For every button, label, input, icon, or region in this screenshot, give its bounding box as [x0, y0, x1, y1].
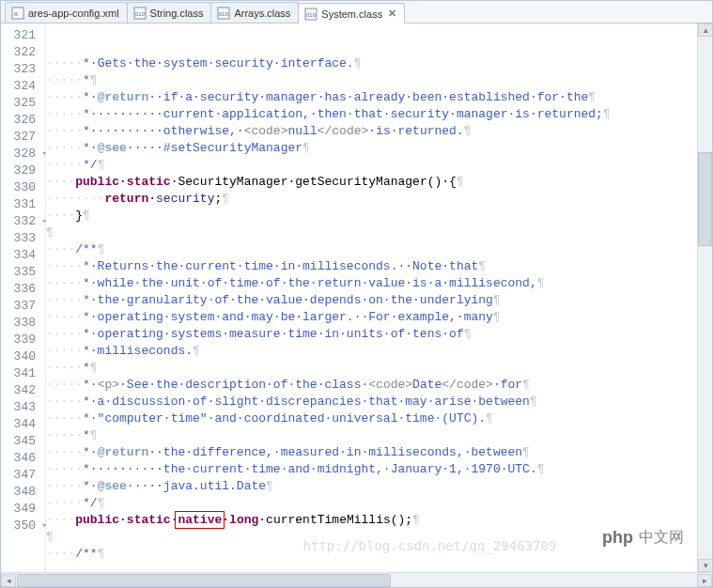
code-line[interactable]: ·····*·@return··the·difference,·measured…: [46, 444, 712, 461]
code-token: ·currentTimeMillis();: [258, 513, 412, 527]
svg-text:010: 010: [219, 11, 229, 17]
line-number: 341: [1, 365, 45, 382]
scroll-down-button[interactable]: ▾: [698, 559, 712, 572]
code-line[interactable]: ·····*¶: [46, 427, 712, 444]
class-file-icon: 010: [133, 7, 147, 20]
code-line[interactable]: ·····*·while·the·unit·of·time·of·the·ret…: [46, 275, 712, 292]
line-number: 327: [1, 129, 45, 146]
code-token: *·: [83, 378, 98, 392]
code-viewport[interactable]: ·····*·Gets·the·system·security·interfac…: [46, 23, 712, 572]
code-token: ¶: [537, 276, 545, 290]
code-line[interactable]: ·····*··········the·current·time·and·mid…: [46, 461, 712, 478]
svg-text:010: 010: [135, 11, 146, 17]
code-line[interactable]: ·····*··········current·application,·the…: [46, 106, 712, 123]
svg-text:010: 010: [306, 12, 317, 18]
code-token: ·····: [46, 124, 83, 138]
editor-tab[interactable]: 010String.class: [127, 2, 212, 23]
code-line[interactable]: ¶: [46, 224, 712, 241]
hscroll-thumb[interactable]: [17, 574, 391, 587]
editor-tab[interactable]: 010System.class✕: [298, 3, 405, 23]
code-token: *·the·granularity·of·the·value·depends·o…: [83, 293, 493, 307]
code-token: ·····: [46, 141, 83, 155]
code-token: <code>: [368, 378, 412, 392]
code-line[interactable]: ·····*·<p>·See·the·description·of·the·cl…: [46, 377, 712, 394]
code-token: *: [83, 428, 90, 442]
code-token: ¶: [222, 192, 229, 206]
editor-tab[interactable]: xares-app-config.xml: [5, 2, 128, 23]
code-line[interactable]: ·····*·Returns·the·current·time·in·milli…: [46, 258, 712, 275]
xml-file-icon: x: [11, 7, 24, 20]
hscroll-track[interactable]: [17, 574, 696, 587]
line-number: 323: [1, 61, 45, 78]
code-line[interactable]: ·····*·Gets·the·system·security·interfac…: [46, 55, 712, 72]
code-token: /**: [75, 242, 97, 256]
code-token: ·for: [493, 378, 522, 392]
code-token: ¶: [46, 225, 54, 240]
code-line[interactable]: ····public·static·SecurityManager·getSec…: [46, 174, 712, 191]
code-line[interactable]: ····}¶: [46, 208, 712, 224]
code-token: ·····: [46, 462, 83, 476]
code-token: *·: [83, 479, 98, 493]
scroll-up-button[interactable]: ▴: [698, 23, 712, 37]
code-token: ····: [46, 513, 75, 527]
code-token: ¶: [530, 395, 537, 409]
code-token: ¶: [486, 411, 493, 426]
code-token: ··the·difference,·measured·in·millisecon…: [148, 445, 522, 459]
code-token: ¶: [354, 56, 362, 70]
scroll-right-button[interactable]: ▸: [697, 574, 712, 587]
line-number: 325: [1, 95, 45, 112]
code-line[interactable]: ········return·security;¶: [46, 191, 712, 208]
code-line[interactable]: ·····*·@see·····#setSecurityManager¶: [46, 140, 712, 157]
vscroll-thumb[interactable]: [698, 152, 712, 246]
code-line[interactable]: ·····*/¶: [46, 495, 712, 512]
code-line[interactable]: ·····*¶: [46, 72, 712, 89]
tab-label: System.class: [321, 8, 382, 20]
vscroll-track[interactable]: [698, 38, 712, 558]
vertical-scrollbar[interactable]: ▴ ▾: [697, 23, 712, 572]
code-token: ·See·the·description·of·the·class·: [119, 378, 368, 392]
code-token: ¶: [537, 462, 545, 476]
code-token: ····: [46, 175, 75, 189]
ide-editor-window: xares-app-config.xml010String.class010Ar…: [0, 0, 713, 588]
code-line[interactable]: ·····*··········otherwise,·<code>null</c…: [46, 123, 712, 140]
code-token: return: [104, 192, 148, 206]
code-token: Gets·the·system·security·interface.: [98, 56, 354, 70]
code-token: */: [83, 496, 98, 510]
code-line[interactable]: ·····*¶: [46, 360, 712, 377]
code-token: </code>: [442, 378, 493, 392]
svg-text:x: x: [14, 9, 18, 18]
code-token: ¶: [83, 209, 90, 223]
code-line[interactable]: ·····*·operating·system·and·may·be·large…: [46, 309, 712, 326]
code-token: *·while·the·unit·of·time·of·the·return·v…: [83, 276, 537, 290]
code-token: ¶: [522, 445, 530, 459]
code-token: ¶: [98, 496, 105, 510]
code-token: long: [229, 513, 258, 527]
code-line[interactable]: ·····*·"computer·time"·and·coordinated·u…: [46, 410, 712, 427]
editor-tab[interactable]: 010Arrays.class: [210, 2, 299, 23]
code-line[interactable]: ·····*·milliseconds.¶: [46, 343, 712, 360]
code-line[interactable]: ¶: [46, 529, 712, 546]
code-line[interactable]: ·····*·operating·systems·measure·time·in…: [46, 326, 712, 343]
code-line[interactable]: ·····*/¶: [46, 157, 712, 174]
close-icon[interactable]: ✕: [388, 8, 396, 20]
line-number: 335: [1, 264, 45, 281]
code-token: ·: [119, 175, 127, 189]
code-line[interactable]: ····/**¶: [46, 546, 712, 563]
code-line[interactable]: ·····*·@see·····java.util.Date¶: [46, 478, 712, 495]
code-line[interactable]: ·····*·@return··if·a·security·manager·ha…: [46, 89, 712, 106]
code-line[interactable]: ····/**¶: [46, 241, 712, 258]
code-token: */: [83, 158, 98, 172]
line-number: 328: [1, 146, 45, 162]
code-token: @return: [98, 445, 149, 459]
line-number-gutter: 3213223233243253263273283293303313323333…: [1, 23, 46, 572]
code-token: ¶: [588, 90, 596, 104]
code-line[interactable]: ·····*·the·granularity·of·the·value·depe…: [46, 292, 712, 309]
class-file-icon: 010: [304, 8, 318, 21]
code-token: ·····: [46, 259, 83, 273]
horizontal-scrollbar[interactable]: ◂ ▸: [1, 572, 712, 587]
code-token: public: [75, 513, 119, 527]
scroll-left-button[interactable]: ◂: [1, 574, 16, 587]
code-line[interactable]: ·····*·a·discussion·of·slight·discrepanc…: [46, 394, 712, 410]
code-token: ·····: [46, 411, 83, 426]
code-line[interactable]: ····public·static·native·long·currentTim…: [46, 512, 712, 529]
